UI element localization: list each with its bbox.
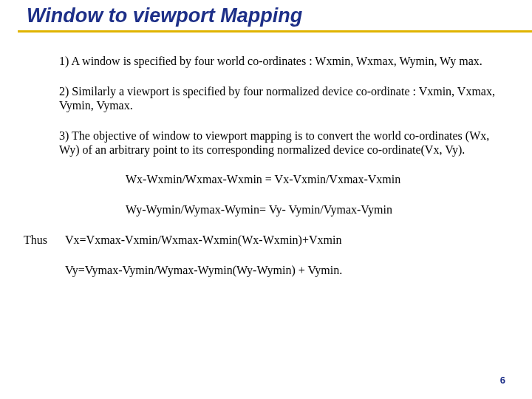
- equation-2: Wy-Wymin/Wymax-Wymin= Vy- Vymin/Vymax-Vy…: [126, 203, 502, 217]
- slide: Window to viewport Mapping 1) A window i…: [0, 0, 532, 399]
- point-1: 1) A window is specified by four world c…: [59, 55, 502, 69]
- thus-label: Thus: [24, 233, 65, 248]
- equation-4: Vy=Vymax-Vymin/Wymax-Wymin(Wy-Wymin) + V…: [65, 264, 342, 278]
- point-2: 2) Similarly a viewport is specified by …: [59, 85, 502, 113]
- body-content: 1) A window is specified by four world c…: [0, 33, 532, 294]
- page-number: 6: [500, 375, 505, 386]
- equation-1: Wx-Wxmin/Wxmax-Wxmin = Vx-Vxmin/Vxmax-Vx…: [126, 173, 502, 187]
- equation-group-2: Vx=Vxmax-Vxmin/Wxmax-Wxmin(Wx-Wxmin)+Vxm…: [65, 233, 342, 294]
- page-title: Window to viewport Mapping: [27, 4, 532, 30]
- equation-3: Vx=Vxmax-Vxmin/Wxmax-Wxmin(Wx-Wxmin)+Vxm…: [65, 233, 342, 248]
- equation-group-1: Wx-Wxmin/Wxmax-Wxmin = Vx-Vxmin/Vxmax-Vx…: [126, 173, 502, 217]
- point-3: 3) The objective of window to viewport m…: [59, 129, 502, 157]
- title-block: Window to viewport Mapping: [0, 0, 532, 30]
- thus-row: Thus Vx=Vxmax-Vxmin/Wxmax-Wxmin(Wx-Wxmin…: [24, 233, 502, 294]
